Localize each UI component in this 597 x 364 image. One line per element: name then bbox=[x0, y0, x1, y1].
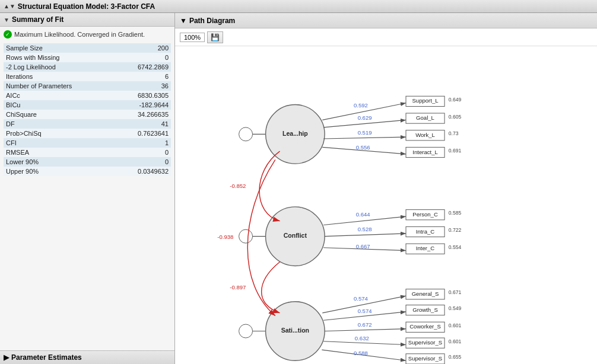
summary-arrow: ▼ bbox=[4, 17, 9, 23]
svg-point-46 bbox=[239, 324, 253, 338]
check-icon: ✓ bbox=[4, 30, 12, 39]
svg-text:0.605: 0.605 bbox=[449, 114, 462, 120]
diagram-header: ▼ Path Diagram bbox=[175, 13, 597, 28]
svg-text:0.574: 0.574 bbox=[358, 308, 373, 314]
stat-value: -182.9644 bbox=[115, 100, 171, 110]
table-row: Iterations6 bbox=[4, 72, 171, 81]
param-header[interactable]: ▶ Parameter Estimates bbox=[0, 351, 174, 364]
table-row: BICu-182.9644 bbox=[4, 100, 171, 110]
svg-text:Growth_S: Growth_S bbox=[412, 306, 438, 313]
save-button[interactable]: 💾 bbox=[207, 31, 223, 43]
stat-value: 41 bbox=[115, 119, 171, 129]
stats-table: Sample Size200Rows with Missing0-2 Log L… bbox=[4, 43, 171, 176]
svg-text:Sati...tion: Sati...tion bbox=[281, 327, 309, 334]
stat-label: Rows with Missing bbox=[4, 53, 115, 62]
svg-text:0.672: 0.672 bbox=[358, 321, 372, 328]
svg-text:Goal_L: Goal_L bbox=[416, 114, 434, 121]
stat-value: 0 bbox=[115, 53, 171, 62]
table-row: Sample Size200 bbox=[4, 43, 171, 53]
table-row: Upper 90%0.0349632 bbox=[4, 167, 171, 176]
table-row: Lower 90%0 bbox=[4, 157, 171, 167]
stat-label: Iterations bbox=[4, 72, 115, 81]
status-text: Maximum Likelihood. Converged in Gradien… bbox=[14, 31, 145, 38]
stat-value: 0 bbox=[115, 148, 171, 157]
stat-value: 0 bbox=[115, 157, 171, 167]
diagram-title: Path Diagram bbox=[189, 17, 235, 25]
svg-text:Inter_C: Inter_C bbox=[416, 245, 434, 251]
stat-label: AICc bbox=[4, 91, 115, 100]
svg-line-17 bbox=[323, 137, 406, 139]
svg-text:0.528: 0.528 bbox=[358, 226, 372, 232]
svg-text:0.655: 0.655 bbox=[449, 354, 462, 360]
summary-header[interactable]: ▼ Summary of Fit bbox=[0, 13, 174, 27]
svg-text:0.632: 0.632 bbox=[355, 335, 369, 341]
svg-text:Support_L: Support_L bbox=[412, 97, 438, 104]
stat-value: 1 bbox=[115, 138, 171, 148]
stat-value: 36 bbox=[115, 81, 171, 91]
stat-label: CFI bbox=[4, 138, 115, 148]
svg-text:0.556: 0.556 bbox=[356, 144, 370, 151]
svg-text:0.574: 0.574 bbox=[354, 295, 369, 302]
collapse-icon[interactable]: ▲▼ bbox=[4, 3, 15, 9]
svg-text:0.519: 0.519 bbox=[358, 129, 372, 136]
stat-label: Prob>ChiSq bbox=[4, 129, 115, 138]
stat-label: Upper 90% bbox=[4, 167, 115, 176]
table-row: AICc6830.6305 bbox=[4, 91, 171, 100]
svg-text:0.549: 0.549 bbox=[449, 305, 462, 311]
stat-label: Lower 90% bbox=[4, 157, 115, 167]
stat-value: 200 bbox=[115, 43, 171, 53]
svg-text:0.649: 0.649 bbox=[449, 97, 462, 103]
stat-value: 0.7623641 bbox=[115, 129, 171, 138]
table-row: RMSEA0 bbox=[4, 148, 171, 157]
table-row: DF41 bbox=[4, 119, 171, 129]
svg-point-27 bbox=[239, 229, 253, 243]
stat-value: 6 bbox=[115, 72, 171, 81]
svg-line-65 bbox=[323, 341, 406, 345]
right-panel: ▼ Path Diagram 💾 bbox=[175, 13, 597, 364]
svg-point-3 bbox=[239, 127, 253, 141]
svg-text:Person_C: Person_C bbox=[412, 211, 438, 218]
table-row: ChiSquare34.266635 bbox=[4, 110, 171, 119]
svg-text:-0.938: -0.938 bbox=[217, 234, 233, 240]
table-row: Prob>ChiSq0.7623641 bbox=[4, 129, 171, 138]
summary-title: Summary of Fit bbox=[12, 15, 63, 24]
svg-text:0.667: 0.667 bbox=[356, 243, 370, 250]
zoom-input[interactable] bbox=[180, 33, 205, 42]
diagram-toolbar: 💾 bbox=[175, 28, 597, 46]
svg-text:0.671: 0.671 bbox=[449, 289, 462, 295]
svg-text:Conflict: Conflict bbox=[284, 232, 307, 239]
svg-line-31 bbox=[323, 216, 406, 225]
stat-label: ChiSquare bbox=[4, 110, 115, 119]
svg-text:-0.897: -0.897 bbox=[230, 284, 246, 290]
param-title: Parameter Estimates bbox=[11, 353, 82, 362]
svg-text:0.588: 0.588 bbox=[354, 350, 368, 356]
stat-value: 34.266635 bbox=[115, 110, 171, 119]
svg-text:Intra_C: Intra_C bbox=[416, 228, 434, 235]
left-panel: ▼ Summary of Fit ✓ Maximum Likelihood. C… bbox=[0, 13, 175, 364]
stat-value: 6830.6305 bbox=[115, 91, 171, 100]
svg-text:0.73: 0.73 bbox=[449, 130, 459, 136]
param-section: ▶ Parameter Estimates bbox=[0, 350, 174, 364]
stat-label: Number of Parameters bbox=[4, 81, 115, 91]
svg-text:0.691: 0.691 bbox=[449, 148, 462, 154]
svg-text:-0.852: -0.852 bbox=[230, 183, 246, 189]
svg-text:0.629: 0.629 bbox=[358, 114, 372, 121]
stat-label: DF bbox=[4, 119, 115, 129]
stat-label: BICu bbox=[4, 100, 115, 110]
svg-text:General_S: General_S bbox=[412, 290, 439, 297]
svg-text:Supervisor_S: Supervisor_S bbox=[408, 339, 442, 346]
svg-text:0.601: 0.601 bbox=[449, 339, 462, 344]
title-bar: ▲▼ Structural Equation Model: 3-Factor C… bbox=[0, 0, 597, 13]
svg-text:0.585: 0.585 bbox=[449, 210, 462, 216]
svg-text:0.601: 0.601 bbox=[449, 323, 462, 328]
svg-text:Interact_L: Interact_L bbox=[412, 149, 438, 155]
svg-text:0.644: 0.644 bbox=[356, 211, 371, 218]
table-row: Number of Parameters36 bbox=[4, 81, 171, 91]
stat-label: Sample Size bbox=[4, 43, 115, 53]
stat-value: 0.0349632 bbox=[115, 167, 171, 176]
diagram-arrow: ▼ bbox=[180, 17, 187, 25]
svg-text:Coworker_S: Coworker_S bbox=[409, 323, 441, 330]
svg-line-36 bbox=[325, 234, 406, 237]
svg-text:0.722: 0.722 bbox=[449, 227, 462, 233]
diagram-area: Lea...hip 0.592 Support_L 0.649 0.629 Go… bbox=[175, 46, 597, 364]
